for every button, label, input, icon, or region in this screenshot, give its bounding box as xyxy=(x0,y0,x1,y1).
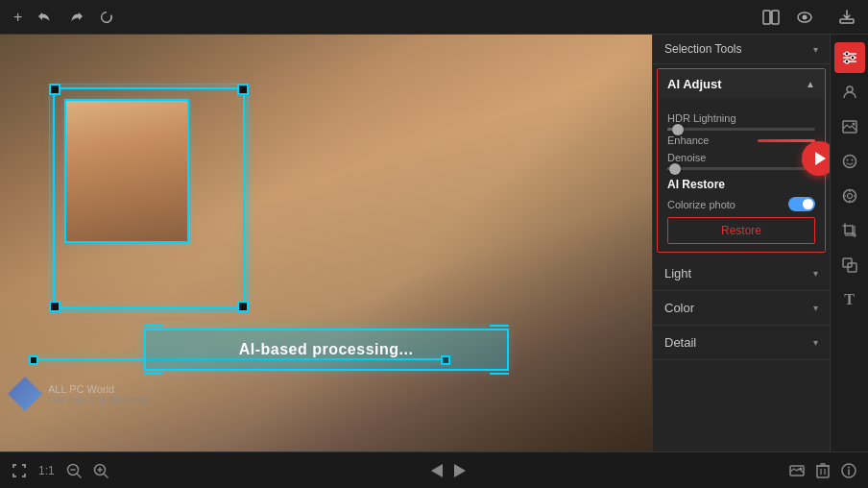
content-area: AI-based processing... ALL PC World Free… xyxy=(0,35,868,451)
adjust-icon-button[interactable] xyxy=(834,42,865,73)
overlay-icon-button[interactable] xyxy=(834,181,865,211)
undo-button[interactable] xyxy=(34,6,57,29)
top-toolbar: + xyxy=(0,0,868,35)
hdr-lightning-label: HDR Lightning xyxy=(667,112,815,124)
fullscreen-button[interactable] xyxy=(12,463,27,478)
svg-rect-5 xyxy=(840,19,854,23)
selection-box[interactable] xyxy=(53,87,245,308)
ai-adjust-title: AI Adjust xyxy=(667,77,722,91)
corner-handle-br[interactable] xyxy=(237,301,249,312)
svg-point-12 xyxy=(847,86,853,92)
icon-bar: T xyxy=(830,35,868,451)
color-label: Color xyxy=(664,301,694,315)
corner-handle-bl[interactable] xyxy=(49,301,60,312)
hdr-lightning-slider-row xyxy=(667,128,815,131)
play-button[interactable] xyxy=(802,141,830,176)
svg-marker-35 xyxy=(431,464,443,477)
right-panel: Selection Tools ▾ AI Adjust ▲ HDR Lightn… xyxy=(652,35,830,451)
svg-line-32 xyxy=(104,474,108,477)
svg-rect-39 xyxy=(817,466,829,477)
canvas-area: AI-based processing... ALL PC World Free… xyxy=(0,35,652,451)
denoise-label: Denoise xyxy=(667,152,815,163)
preview-button[interactable] xyxy=(793,6,816,29)
bottom-handle-left[interactable] xyxy=(29,355,38,365)
face-thumbnail xyxy=(64,99,189,243)
ai-adjust-panel: AI Adjust ▲ HDR Lightning xyxy=(657,68,826,253)
hdr-lightning-thumb[interactable] xyxy=(672,124,684,135)
split-view-button[interactable] xyxy=(759,6,784,29)
selection-tools-label: Selection Tools xyxy=(664,42,742,56)
image-icon-button[interactable] xyxy=(834,111,865,142)
colorize-row: Colorize photo xyxy=(667,197,815,211)
progress-text: AI-based processing... xyxy=(239,341,414,358)
svg-point-14 xyxy=(852,123,855,126)
delete-button[interactable] xyxy=(816,463,830,478)
person-icon-button[interactable] xyxy=(834,77,865,108)
svg-marker-36 xyxy=(454,464,466,477)
info-button[interactable] xyxy=(841,463,856,478)
watermark: ALL PC World Free Apps One Click Away xyxy=(8,377,150,411)
svg-line-29 xyxy=(77,474,81,477)
detail-label: Detail xyxy=(664,335,696,350)
svg-point-16 xyxy=(846,159,848,161)
face-icon-button[interactable] xyxy=(834,146,865,177)
restore-button[interactable]: Restore xyxy=(667,217,815,244)
play-pause-button[interactable] xyxy=(454,464,466,477)
ai-adjust-body-inner: HDR Lightning Enhance xyxy=(667,112,815,244)
svg-point-15 xyxy=(843,156,856,168)
enhance-row: Enhance xyxy=(667,134,815,146)
text-icon-button[interactable]: T xyxy=(834,284,865,315)
corner-handle-tr[interactable] xyxy=(237,84,249,95)
ai-adjust-chevron: ▲ xyxy=(806,79,815,89)
light-chevron: ▾ xyxy=(813,268,818,279)
watermark-tagline: Free Apps One Click Away xyxy=(48,395,150,404)
enhance-label: Enhance xyxy=(667,134,709,146)
zoom-out-button[interactable] xyxy=(66,463,82,478)
prev-button[interactable] xyxy=(431,464,443,477)
play-button-container xyxy=(802,141,830,176)
color-section[interactable]: Color ▾ xyxy=(653,291,830,326)
svg-point-11 xyxy=(845,60,849,63)
app-container: + xyxy=(0,0,868,488)
ai-adjust-body: HDR Lightning Enhance xyxy=(658,99,825,252)
colorize-photo-label: Colorize photo xyxy=(667,199,735,210)
progress-container: AI-based processing... xyxy=(144,325,509,375)
ai-adjust-header[interactable]: AI Adjust ▲ xyxy=(658,69,825,99)
svg-rect-0 xyxy=(763,11,770,24)
watermark-logo xyxy=(8,377,42,411)
image-gallery-button[interactable] xyxy=(789,463,805,478)
refresh-button[interactable] xyxy=(95,6,118,29)
zoom-in-button[interactable] xyxy=(93,463,108,478)
toggle-knob xyxy=(803,199,813,209)
svg-point-9 xyxy=(845,52,849,56)
hdr-lightning-track[interactable] xyxy=(667,128,815,131)
color-chevron: ▾ xyxy=(813,303,818,313)
ai-restore-title: AI Restore xyxy=(667,178,815,191)
resize-icon-button[interactable] xyxy=(834,250,865,281)
colorize-toggle[interactable] xyxy=(788,197,815,211)
add-button[interactable]: + xyxy=(10,5,26,30)
svg-point-10 xyxy=(851,56,855,60)
denoise-slider-row xyxy=(667,167,815,170)
light-label: Light xyxy=(664,266,691,281)
light-section[interactable]: Light ▾ xyxy=(653,256,830,291)
selection-tools-chevron: ▾ xyxy=(813,44,818,55)
redo-button[interactable] xyxy=(64,6,87,29)
crop-icon-button[interactable] xyxy=(834,215,865,246)
detail-chevron: ▾ xyxy=(813,337,818,348)
denoise-track[interactable] xyxy=(667,167,815,170)
svg-point-4 xyxy=(803,14,808,19)
zoom-ratio: 1:1 xyxy=(38,464,55,477)
svg-point-46 xyxy=(848,466,850,468)
svg-point-17 xyxy=(851,159,853,161)
denoise-thumb[interactable] xyxy=(669,163,681,175)
detail-section[interactable]: Detail ▾ xyxy=(653,326,830,360)
watermark-app-name: ALL PC World xyxy=(48,383,150,395)
selection-tools-section[interactable]: Selection Tools ▾ xyxy=(653,35,830,64)
bottom-toolbar: 1:1 xyxy=(0,451,868,488)
progress-bar: AI-based processing... xyxy=(144,329,509,371)
corner-handle-tl[interactable] xyxy=(49,84,60,95)
svg-rect-1 xyxy=(772,11,779,24)
svg-point-19 xyxy=(847,194,852,199)
export-button[interactable] xyxy=(835,6,858,29)
